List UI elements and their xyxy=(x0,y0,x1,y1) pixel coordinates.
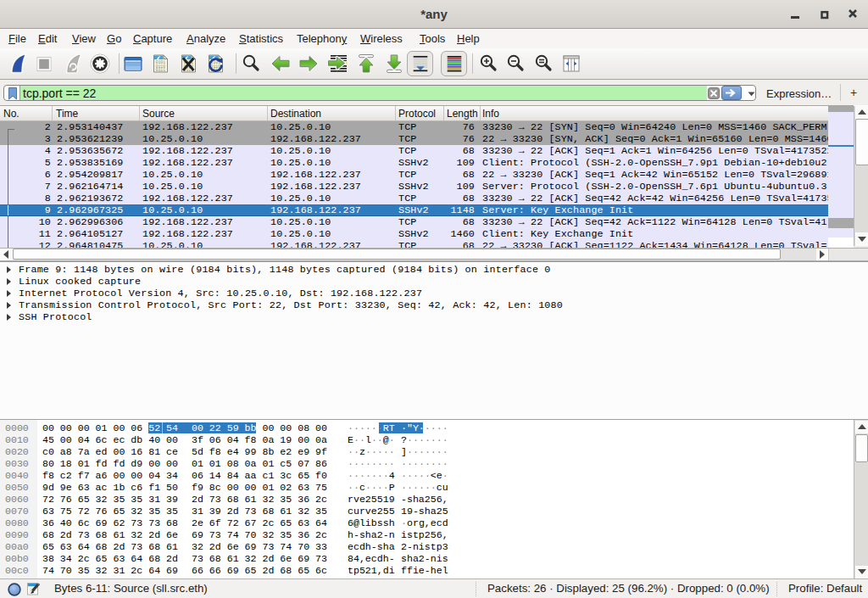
svg-text:0111: 0111 xyxy=(156,68,166,72)
